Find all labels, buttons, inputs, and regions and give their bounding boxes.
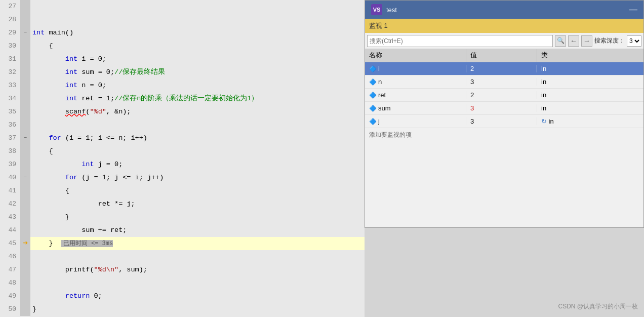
code-line-43: 43 } xyxy=(0,211,365,224)
var-type-i: in xyxy=(537,65,643,72)
var-icon-sum: 🔷 xyxy=(369,105,376,112)
col-header-type: 类 xyxy=(537,49,643,62)
code-line-39: 39 int j = 0; xyxy=(0,158,365,171)
var-name-i: i xyxy=(378,65,380,72)
var-name-sum: sum xyxy=(378,104,391,112)
watch-row-sum[interactable]: 🔷 sum 3 in xyxy=(365,102,643,115)
var-val-sum: 3 xyxy=(466,104,537,112)
add-watch-label: 添加要监视的项 xyxy=(369,131,412,139)
minimize-button[interactable]: — xyxy=(629,6,637,14)
code-line-30: 30 { xyxy=(0,39,365,53)
watch-window: VS test — 监视 1 🔍 ← → 搜索深度： 3 1 2 4 5 名称 … xyxy=(365,0,644,228)
var-name-ret: ret xyxy=(378,91,386,99)
watch-table: 名称 值 类 🔷 i 2 in 🔷 n 3 in 🔷 ret xyxy=(365,49,643,227)
var-icon-ret: 🔷 xyxy=(369,92,376,99)
code-line-37: 37 − for (i = 1; i <= n; i++) xyxy=(0,132,365,145)
var-type-sum: in xyxy=(537,104,643,112)
code-line-28: 28 xyxy=(0,13,365,26)
code-line-29: 29 − int main() xyxy=(0,26,365,39)
var-icon-j: 🔷 xyxy=(369,118,376,125)
nav-forward-button[interactable]: → xyxy=(581,35,592,47)
code-line-44: 44 sum += ret; xyxy=(0,224,365,237)
search-depth-label: 搜索深度： xyxy=(594,36,625,45)
var-name-n: n xyxy=(378,78,382,86)
add-watch-row[interactable]: 添加要监视的项 xyxy=(365,128,643,141)
code-line-49: 49 return 0; xyxy=(0,290,365,303)
code-line-38: 38 { xyxy=(0,145,365,158)
csdn-watermark: CSDN @认真学习的小周一枚 xyxy=(558,302,638,311)
nav-back-button[interactable]: ← xyxy=(568,35,579,47)
watch-tab-bar: 监视 1 xyxy=(365,19,643,33)
watch-row-ret[interactable]: 🔷 ret 2 in xyxy=(365,89,643,102)
code-line-41: 41 { xyxy=(0,184,365,197)
var-icon-n: 🔷 xyxy=(369,78,376,86)
code-line-32: 32 int sum = 0;//保存最终结果 xyxy=(0,66,365,79)
code-line-36: 36 xyxy=(0,118,365,132)
var-name-j: j xyxy=(378,117,380,125)
watch-search-bar: 🔍 ← → 搜索深度： 3 1 2 4 5 xyxy=(365,33,643,49)
code-line-34: 34 int ret = 1;//保存n的阶乘（乘法的话一定要初始化为1） xyxy=(0,92,365,105)
code-line-46: 46 xyxy=(0,250,365,263)
var-val-ret: 2 xyxy=(466,91,537,99)
var-type-ret: in xyxy=(537,91,643,99)
watch-table-header: 名称 值 类 xyxy=(365,49,643,62)
watch-search-input[interactable] xyxy=(367,35,553,47)
var-val-j: 3 xyxy=(466,117,537,125)
col-header-value: 值 xyxy=(466,49,537,62)
code-line-40: 40 − for (j = 1; j <= i; j++) xyxy=(0,171,365,184)
execution-arrow: ➜ xyxy=(23,237,28,250)
code-line-50: 50 } xyxy=(0,303,365,316)
var-icon-i: 🔷 xyxy=(369,65,376,72)
code-line-48: 48 xyxy=(0,276,365,290)
search-button[interactable]: 🔍 xyxy=(555,35,566,47)
watch-tab-1[interactable]: 监视 1 xyxy=(369,21,388,30)
var-val-n: 3 xyxy=(466,78,537,86)
watch-row-i[interactable]: 🔷 i 2 in xyxy=(365,62,643,75)
var-type-j: ↻ in xyxy=(537,117,643,125)
code-line-27: 27 xyxy=(0,0,365,13)
code-line-42: 42 ret *= j; xyxy=(0,197,365,211)
vs-logo-icon: VS xyxy=(371,4,382,15)
search-depth-select[interactable]: 3 1 2 4 5 xyxy=(627,35,641,47)
watch-row-n[interactable]: 🔷 n 3 in xyxy=(365,75,643,89)
code-line-33: 33 int n = 0; xyxy=(0,79,365,92)
exec-time-label: 已用时间 <= 3ms xyxy=(61,240,113,247)
watch-titlebar: VS test — xyxy=(365,1,643,19)
col-header-name: 名称 xyxy=(365,49,466,62)
code-line-31: 31 int i = 0; xyxy=(0,53,365,66)
code-line-45: 45 ➜ } 已用时间 <= 3ms xyxy=(0,237,365,250)
watch-row-j[interactable]: 🔷 j 3 ↻ in xyxy=(365,115,643,128)
code-area: 27 28 29 − int main() 30 { 31 int xyxy=(0,0,365,317)
code-line-47: 47 printf("%d\n", sum); xyxy=(0,263,365,276)
refresh-icon: ↻ xyxy=(541,117,547,125)
code-editor: 27 28 29 − int main() 30 { 31 int xyxy=(0,0,365,317)
watch-window-title: test xyxy=(386,6,625,14)
var-val-i: 2 xyxy=(466,65,537,72)
var-type-n: in xyxy=(537,78,643,86)
code-line-35: 35 scanf("%d", &n); xyxy=(0,105,365,118)
